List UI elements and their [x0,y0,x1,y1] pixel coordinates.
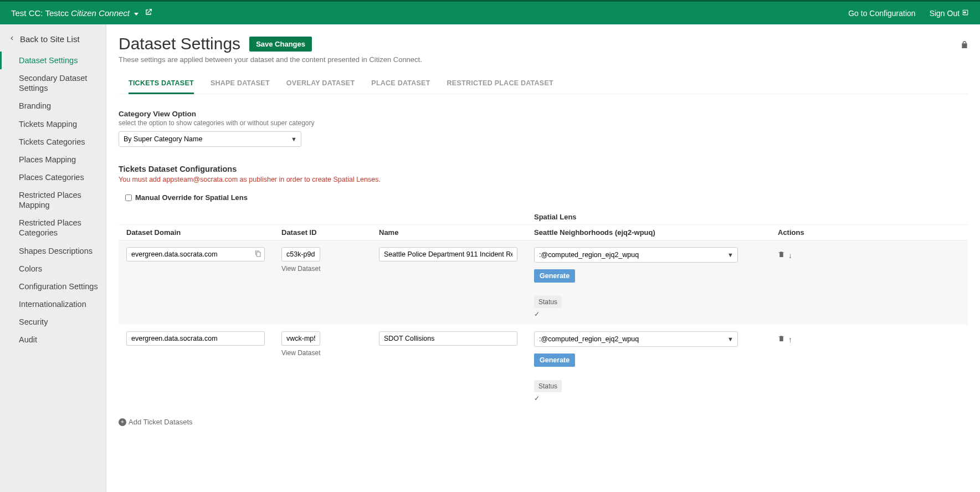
move-up-icon[interactable]: ↑ [788,335,792,344]
arrow-left-icon [8,34,16,44]
app-title-group[interactable]: Test CC: Testcc Citizen Connect [11,8,153,18]
plus-icon: + [119,418,126,426]
sidebar-nav: Dataset SettingsSecondary Dataset Settin… [0,52,106,348]
sidebar-item[interactable]: Dataset Settings [0,52,106,69]
view-dataset-link[interactable]: View Dataset [281,349,372,357]
add-ticket-datasets[interactable]: + Add Ticket Datasets [119,418,968,426]
category-view-help: select the option to show categories wit… [119,119,968,127]
sidebar-item[interactable]: Audit [0,331,106,348]
sidebar-item[interactable]: Security [0,313,106,331]
sidebar-item[interactable]: Colors [0,260,106,278]
tab[interactable]: PLACE DATASET [371,74,430,94]
sidebar: Back to Site List Dataset SettingsSecond… [0,24,106,492]
spatial-lens-select[interactable]: :@computed_region_ejq2_wpuq [534,331,738,347]
col-actions: Actions [778,228,844,237]
sidebar-item[interactable]: Branding [0,97,106,115]
move-down-icon[interactable]: ↓ [788,251,792,260]
sidebar-item[interactable]: Shapes Descriptions [0,242,106,260]
page-title: Dataset Settings [119,34,240,53]
configs-warning: You must add appsteam@socrata.com as pub… [119,176,968,183]
dataset-name-input[interactable] [379,247,517,262]
lock-icon[interactable] [960,40,969,52]
copy-icon[interactable] [255,250,261,259]
configs-title: Tickets Dataset Configurations [119,165,968,173]
spatial-lens-header: Spatial Lens [534,213,778,221]
go-to-configuration-link[interactable]: Go to Configuration [848,9,915,18]
external-link-icon[interactable] [144,8,153,18]
delete-icon[interactable] [778,335,785,344]
spatial-lens-select[interactable]: :@computed_region_ejq2_wpuq [534,247,738,263]
delete-icon[interactable] [778,250,785,260]
sidebar-item[interactable]: Internationalization [0,295,106,313]
sidebar-item[interactable]: Configuration Settings [0,278,106,295]
site-prefix: Test CC: Testcc [11,8,69,18]
tab[interactable]: TICKETS DATASET [129,74,194,94]
col-name: Name [379,228,534,237]
save-changes-button[interactable]: Save Changes [249,37,312,52]
sidebar-item[interactable]: Restricted Places Categories [0,214,106,242]
generate-button[interactable]: Generate [534,269,575,283]
check-icon: ✓ [534,394,771,402]
tab[interactable]: OVERLAY DATASET [286,74,355,94]
manual-override-checkbox[interactable] [125,194,132,201]
dataset-domain-input[interactable] [126,331,265,346]
view-dataset-link[interactable]: View Dataset [281,265,372,273]
dataset-id-input[interactable] [281,331,320,346]
category-view-select[interactable]: By Super Category Name [119,131,301,147]
app-name: Citizen Connect [71,8,130,18]
status-chip: Status [534,296,562,308]
main-content: Dataset Settings Save Changes These sett… [106,24,980,492]
dataset-domain-input[interactable] [126,247,265,262]
col-domain: Dataset Domain [126,228,281,237]
dataset-name-input[interactable] [379,331,517,346]
sidebar-item[interactable]: Places Mapping [0,151,106,168]
dataset-id-input[interactable] [281,247,320,262]
generate-button[interactable]: Generate [534,353,575,367]
sidebar-item[interactable]: Tickets Categories [0,133,106,151]
dataset-row: View Dataset:@computed_region_ejq2_wpuq▼… [119,325,968,409]
sidebar-item[interactable]: Secondary Dataset Settings [0,69,106,97]
sign-out-icon [962,9,969,18]
check-icon: ✓ [534,310,771,318]
back-to-site-list[interactable]: Back to Site List [0,34,106,52]
sidebar-item[interactable]: Restricted Places Mapping [0,186,106,214]
caret-down-icon [134,13,138,16]
manual-override-checkbox-row[interactable]: Manual Override for Spatial Lens [119,193,968,202]
category-view-label: Category View Option [119,110,968,118]
col-id: Dataset ID [281,228,379,237]
tab[interactable]: RESTRICTED PLACE DATASET [447,74,553,94]
sidebar-item[interactable]: Places Categories [0,168,106,186]
sidebar-item[interactable]: Tickets Mapping [0,115,106,133]
tab[interactable]: SHAPE DATASET [211,74,270,94]
sign-out-link[interactable]: Sign Out [930,9,969,18]
topbar: Test CC: Testcc Citizen Connect Go to Co… [0,0,980,24]
dataset-row: View Dataset:@computed_region_ejq2_wpuq▼… [119,240,968,325]
page-subtitle: These settings are applied between your … [119,55,968,64]
dataset-tabs: TICKETS DATASETSHAPE DATASETOVERLAY DATA… [119,74,968,94]
col-lens: Seattle Neighborhoods (ejq2-wpuq) [534,228,778,237]
status-chip: Status [534,380,562,392]
